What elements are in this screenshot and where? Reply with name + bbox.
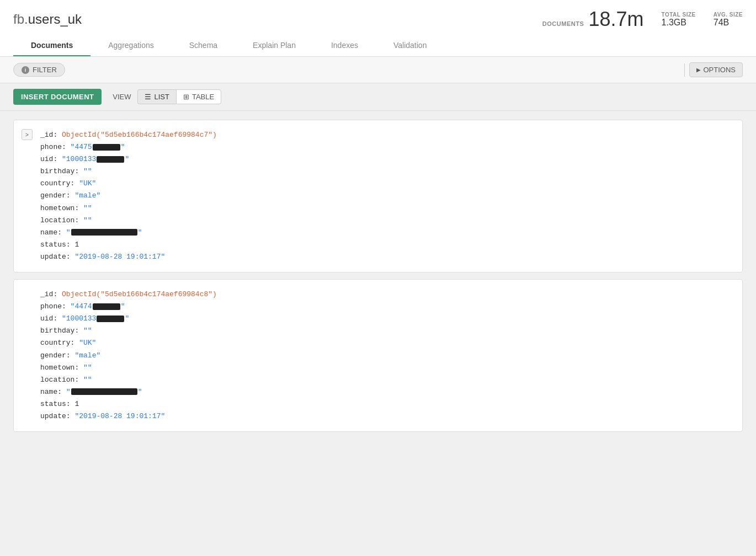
- doc-field-phone: phone: "4475 ": [40, 141, 731, 153]
- toolbar: INSERT DOCUMENT VIEW ☰ LIST ⊞ TABLE: [0, 83, 756, 111]
- redacted-name: [71, 229, 137, 236]
- total-size-label: TOTAL SIZE: [662, 12, 696, 18]
- doc-field-id: _id: ObjectId("5d5eb166b4c174aef69984c7"…: [40, 129, 731, 141]
- filter-divider: [684, 63, 685, 77]
- tabs: Documents Aggregations Schema Explain Pl…: [13, 35, 743, 56]
- tab-aggregations[interactable]: Aggregations: [90, 35, 172, 56]
- filter-bar: i FILTER ▶ OPTIONS: [0, 57, 756, 83]
- doc2-field-location: location: "": [40, 374, 731, 386]
- top-bar: fb.users_uk DOCUMENTS 18.7m TOTAL SIZE 1…: [0, 0, 756, 57]
- list-icon: ☰: [145, 93, 151, 101]
- table-view-button[interactable]: ⊞ TABLE: [176, 89, 221, 104]
- collection-name: users_uk: [28, 12, 82, 26]
- collection-title: fb.users_uk: [13, 12, 82, 27]
- documents-count: 18.7m: [588, 8, 643, 31]
- doc-field-name: name: " ": [40, 227, 731, 239]
- view-label: VIEW: [113, 93, 131, 101]
- redacted-uid-2: [97, 316, 124, 322]
- redacted-phone-2: [93, 303, 120, 310]
- filter-info-icon: i: [22, 66, 29, 74]
- doc-field-gender: gender: "male": [40, 190, 731, 202]
- redacted-name-2: [71, 388, 137, 395]
- options-arrow-icon: ▶: [696, 67, 701, 73]
- table-icon: ⊞: [183, 93, 189, 101]
- doc2-field-hometown: hometown: "": [40, 362, 731, 374]
- avg-size-label: AVG. SIZE: [714, 12, 743, 18]
- tab-indexes[interactable]: Indexes: [313, 35, 376, 56]
- tab-explain-plan[interactable]: Explain Plan: [235, 35, 313, 56]
- top-header: fb.users_uk DOCUMENTS 18.7m TOTAL SIZE 1…: [13, 0, 743, 35]
- documents-area: > _id: ObjectId("5d5eb166b4c174aef69984c…: [0, 111, 756, 441]
- doc-field-location: location: "": [40, 215, 731, 227]
- document-card: _id: ObjectId("5d5eb166b4c174aef69984c8"…: [13, 279, 743, 432]
- doc2-field-birthday: birthday: "": [40, 325, 731, 337]
- view-toggle: ☰ LIST ⊞ TABLE: [137, 89, 221, 104]
- doc-field-update: update: "2019-08-28 19:01:17": [40, 251, 731, 263]
- collection-prefix: fb.: [13, 12, 28, 26]
- filter-label: FILTER: [33, 66, 57, 74]
- redacted-uid: [97, 156, 124, 163]
- stat-total-size: TOTAL SIZE 1.3GB: [662, 12, 696, 28]
- doc-expand-button[interactable]: >: [22, 129, 33, 140]
- doc2-field-update: update: "2019-08-28 19:01:17": [40, 410, 731, 423]
- filter-button[interactable]: i FILTER: [13, 63, 65, 77]
- doc2-field-country: country: "UK": [40, 337, 731, 349]
- doc2-field-status: status: 1: [40, 398, 731, 410]
- doc2-field-name: name: " ": [40, 386, 731, 398]
- options-button[interactable]: ▶ OPTIONS: [689, 62, 743, 77]
- insert-document-button[interactable]: INSERT DOCUMENT: [13, 89, 102, 105]
- doc-field-country: country: "UK": [40, 178, 731, 190]
- redacted-phone: [93, 144, 120, 151]
- doc2-field-gender: gender: "male": [40, 350, 731, 362]
- doc-field-uid: uid: "1000133 ": [40, 153, 731, 165]
- stat-documents: DOCUMENTS 18.7m: [542, 8, 644, 31]
- stat-avg-size: AVG. SIZE 74B: [714, 12, 743, 28]
- options-label: OPTIONS: [703, 66, 736, 74]
- doc-field-hometown: hometown: "": [40, 202, 731, 215]
- documents-label: DOCUMENTS: [542, 20, 584, 27]
- avg-size-value: 74B: [714, 18, 729, 28]
- total-size-value: 1.3GB: [662, 18, 686, 28]
- doc2-field-id: _id: ObjectId("5d5eb166b4c174aef69984c8"…: [40, 288, 731, 301]
- doc2-field-uid: uid: "1000133 ": [40, 313, 731, 325]
- document-card: > _id: ObjectId("5d5eb166b4c174aef69984c…: [13, 120, 743, 272]
- doc-field-birthday: birthday: "": [40, 165, 731, 178]
- tab-validation[interactable]: Validation: [376, 35, 444, 56]
- doc-field-status: status: 1: [40, 239, 731, 251]
- list-view-button[interactable]: ☰ LIST: [137, 89, 175, 104]
- tab-schema[interactable]: Schema: [172, 35, 235, 56]
- doc2-field-phone: phone: "4474 ": [40, 301, 731, 313]
- stats-area: DOCUMENTS 18.7m TOTAL SIZE 1.3GB AVG. SI…: [542, 8, 743, 31]
- tab-documents[interactable]: Documents: [13, 35, 90, 56]
